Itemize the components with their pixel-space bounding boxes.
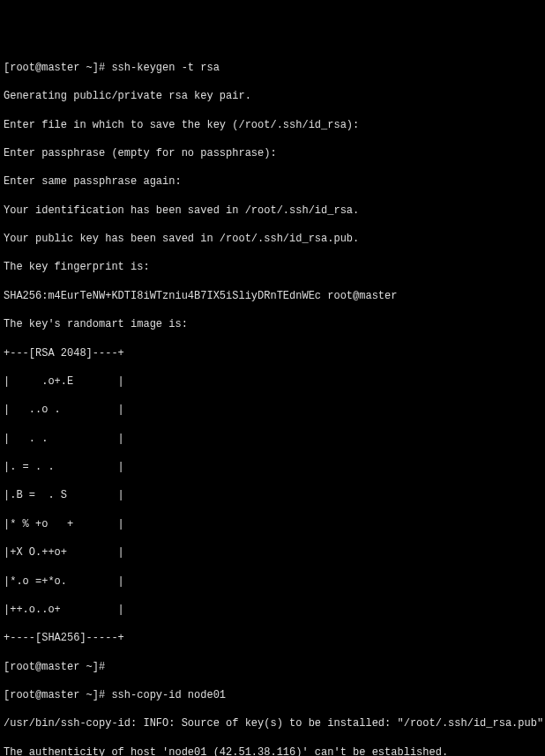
command-ssh-copy-id-node01: ssh-copy-id node01 — [111, 689, 226, 701]
output-line: /usr/bin/ssh-copy-id: INFO: Source of ke… — [4, 716, 541, 730]
randomart-line: |++.o..o+ | — [4, 603, 541, 617]
output-line: The key fingerprint is: — [4, 260, 541, 274]
output-line: Generating public/private rsa key pair. — [4, 89, 541, 103]
randomart-line: | . . | — [4, 432, 541, 446]
randomart-line: +---[RSA 2048]----+ — [4, 346, 541, 360]
randomart-line: | .o+.E | — [4, 374, 541, 389]
output-line: SHA256:m4EurTeNW+KDTI8iWTzniu4B7IX5iSliy… — [4, 289, 541, 303]
output-line: Your identification has been saved in /r… — [4, 204, 541, 218]
output-line: Enter passphrase (empty for no passphras… — [4, 146, 541, 160]
randomart-line: | ..o . | — [4, 403, 541, 417]
randomart-line: +----[SHA256]-----+ — [4, 631, 541, 645]
output-line: The key's randomart image is: — [4, 317, 541, 331]
command-ssh-keygen: ssh-keygen -t rsa — [111, 62, 219, 74]
randomart-line: |+X O.++o+ | — [4, 545, 541, 560]
terminal-output[interactable]: [root@master ~]# ssh-keygen -t rsa Gener… — [4, 47, 541, 756]
randomart-line: |* % +o + | — [4, 517, 541, 531]
shell-prompt: [root@master ~]# — [4, 689, 105, 701]
randomart-line: |. = . . | — [4, 460, 541, 474]
randomart-line: |.B = . S | — [4, 488, 541, 502]
shell-prompt: [root@master ~]# — [4, 661, 105, 673]
randomart-line: |*.o =+*o. | — [4, 574, 541, 589]
output-line: The authenticity of host 'node01 (42.51.… — [4, 745, 541, 756]
output-line: Enter same passphrase again: — [4, 174, 541, 189]
output-line: Enter file in which to save the key (/ro… — [4, 118, 541, 132]
shell-prompt: [root@master ~]# — [4, 62, 105, 74]
output-line: Your public key has been saved in /root/… — [4, 232, 541, 246]
